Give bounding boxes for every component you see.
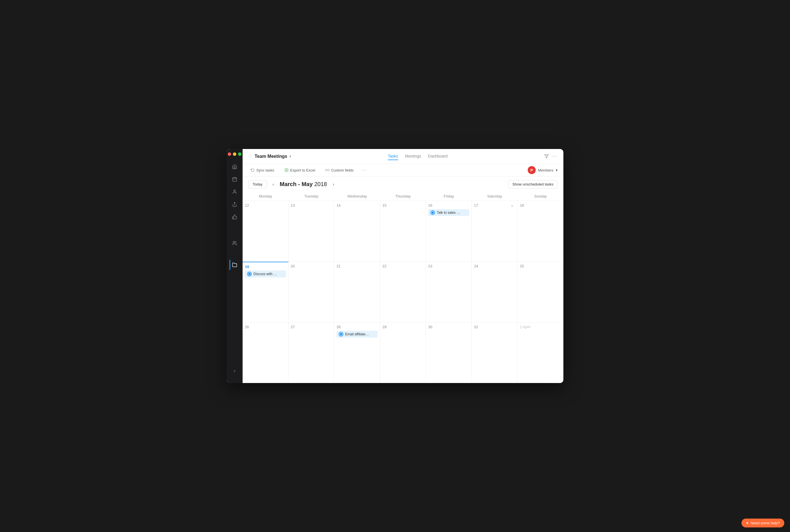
today-button[interactable]: Today <box>248 180 267 188</box>
calendar-week-1: 12 13 14 15 16 <box>243 201 563 262</box>
calendar-day-21[interactable]: 21 <box>334 262 380 322</box>
task-item[interactable]: Talk to sales … <box>428 209 469 216</box>
header-tabs: Tasks Meetings Dashboard <box>388 153 447 160</box>
svg-point-12 <box>327 170 328 171</box>
calendar-day-april-1[interactable]: 1 April <box>517 323 563 383</box>
task-item[interactable]: Email affiliate… <box>336 331 378 338</box>
next-month-button[interactable]: › <box>330 180 336 188</box>
toolbar-more-icon[interactable]: ··· <box>362 168 367 173</box>
calendar-day-16[interactable]: 16 Talk to sales … <box>426 201 472 262</box>
toolbar: Sync tasks Export to Excel Custom fields <box>243 164 563 177</box>
weekday-friday: Friday <box>426 192 472 201</box>
filter-icon[interactable] <box>544 154 549 159</box>
members-chevron-icon: ▾ <box>556 168 558 172</box>
project-title: Team Meetings <box>255 154 287 159</box>
calendar-day-14[interactable]: 14 <box>334 201 380 262</box>
calendar-day-25[interactable]: 25 <box>517 262 563 322</box>
sync-tasks-label: Sync tasks <box>256 168 274 172</box>
header-title-area: ☆ Team Meetings ▾ <box>248 154 291 159</box>
calendar-day-29[interactable]: 29 <box>380 323 426 383</box>
calendar-day-12[interactable]: 12 <box>243 201 289 262</box>
task-label: Talk to sales … <box>437 211 460 215</box>
folder-icon[interactable] <box>229 260 240 270</box>
svg-point-6 <box>233 241 235 243</box>
home-icon[interactable] <box>229 162 240 172</box>
show-unscheduled-button[interactable]: Show unscheduled tasks <box>508 180 558 188</box>
help-label: Need some help? <box>751 521 780 525</box>
day-number: 14 <box>336 203 378 208</box>
star-icon[interactable]: ☆ <box>248 154 252 159</box>
svg-marker-7 <box>544 155 548 158</box>
calendar-day-18[interactable]: 18 <box>517 201 563 262</box>
expand-sidebar-button[interactable] <box>229 366 240 376</box>
calendar-navigation: Today ‹ March - May 2018 › Show unschedu… <box>243 177 563 192</box>
weekday-wednesday: Wednesday <box>334 192 380 201</box>
day-number: 25 <box>520 264 561 268</box>
svg-point-4 <box>234 190 235 191</box>
calendar-day-17[interactable]: 17 + <box>472 201 518 262</box>
thumb-icon[interactable] <box>229 212 240 222</box>
help-button[interactable]: ♥ Need some help? <box>741 518 784 528</box>
weekday-thursday: Thursday <box>380 192 426 201</box>
custom-fields-button[interactable]: Custom fields <box>323 167 356 173</box>
maximize-button[interactable] <box>238 152 242 156</box>
more-options-icon[interactable]: ··· <box>552 154 558 159</box>
task-check-icon <box>430 210 435 215</box>
calendar-day-31[interactable]: 31 <box>472 323 518 383</box>
header: ☆ Team Meetings ▾ Tasks Meetings Dashboa… <box>243 149 563 164</box>
day-number: 27 <box>291 325 332 329</box>
share-icon[interactable] <box>229 199 240 209</box>
close-button[interactable] <box>228 152 231 156</box>
header-actions: ··· <box>544 154 558 159</box>
day-number: 23 <box>428 264 469 268</box>
task-check-icon <box>339 332 343 337</box>
group-icon[interactable] <box>229 238 240 248</box>
task-item[interactable]: Discuss with … <box>245 270 286 278</box>
day-number: 18 <box>520 203 561 208</box>
calendar-day-19[interactable]: 19 Discuss with … <box>243 262 289 322</box>
minimize-button[interactable] <box>233 152 236 156</box>
day-number: 29 <box>382 325 424 329</box>
day-number: 31 <box>474 325 515 329</box>
calendar-day-24[interactable]: 24 <box>472 262 518 322</box>
day-number: 24 <box>474 264 515 268</box>
calendar-day-26[interactable]: 26 <box>243 323 289 383</box>
calendar-day-20[interactable]: 20 <box>289 262 334 322</box>
calendar-day-23[interactable]: 23 <box>426 262 472 322</box>
export-excel-button[interactable]: Export to Excel <box>282 167 317 173</box>
members-label: Members <box>538 168 553 172</box>
calendar-day-13[interactable]: 13 <box>289 201 334 262</box>
members-button[interactable]: P Members ▾ <box>528 166 558 174</box>
sidebar-bottom <box>229 366 240 380</box>
prev-month-button[interactable]: ‹ <box>270 180 276 188</box>
calendar: Monday Tuesday Wednesday Thursday Friday… <box>243 192 563 383</box>
add-task-button[interactable]: + <box>509 203 515 209</box>
weekday-monday: Monday <box>243 192 289 201</box>
calendar-title: March - May 2018 <box>280 181 327 188</box>
svg-rect-0 <box>233 177 237 182</box>
heart-icon: ♥ <box>746 521 748 525</box>
weekday-sunday: Sunday <box>517 192 563 201</box>
calendar-day-30[interactable]: 30 <box>426 323 472 383</box>
day-number: 12 <box>245 203 286 208</box>
day-number: 20 <box>291 264 332 268</box>
day-number: 13 <box>291 203 332 208</box>
sync-tasks-button[interactable]: Sync tasks <box>248 167 276 173</box>
tab-meetings[interactable]: Meetings <box>405 153 421 160</box>
calendar-week-3: 26 27 28 Email affiliate… <box>243 323 563 383</box>
day-number: 28 <box>336 325 378 329</box>
app-window: ☆ Team Meetings ▾ Tasks Meetings Dashboa… <box>227 149 563 383</box>
calendar-day-22[interactable]: 22 <box>380 262 426 322</box>
day-number: 26 <box>245 325 286 329</box>
calendar-day-28[interactable]: 28 Email affiliate… <box>334 323 380 383</box>
calendar-day-27[interactable]: 27 <box>289 323 334 383</box>
tab-tasks[interactable]: Tasks <box>388 153 398 160</box>
calendar-icon[interactable] <box>229 174 240 184</box>
main-content: ☆ Team Meetings ▾ Tasks Meetings Dashboa… <box>243 149 563 383</box>
calendar-day-15[interactable]: 15 <box>380 201 426 262</box>
person-icon[interactable] <box>229 187 240 197</box>
day-number: 1 April <box>520 325 561 329</box>
task-check-icon <box>247 272 252 276</box>
tab-dashboard[interactable]: Dashboard <box>428 153 448 160</box>
project-dropdown-icon[interactable]: ▾ <box>289 154 291 158</box>
